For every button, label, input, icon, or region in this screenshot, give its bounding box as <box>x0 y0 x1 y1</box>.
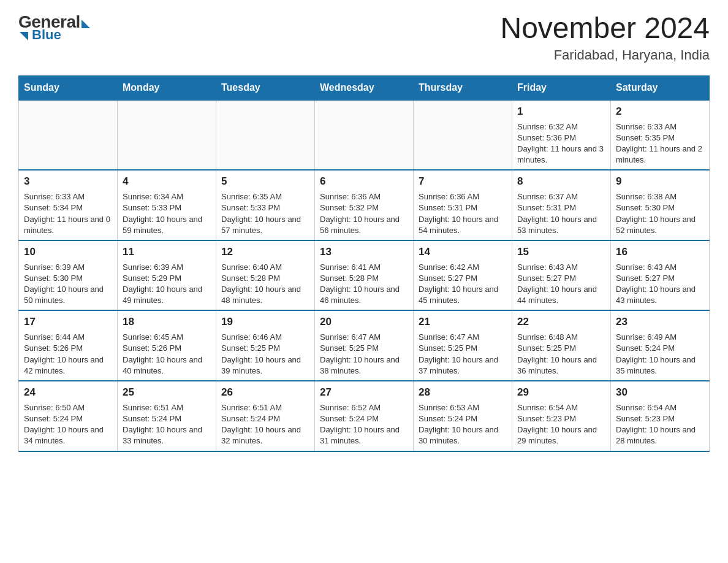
calendar-cell: 12Sunrise: 6:40 AMSunset: 5:28 PMDayligh… <box>216 240 315 311</box>
calendar-cell: 3Sunrise: 6:33 AMSunset: 5:34 PMDaylight… <box>19 170 118 240</box>
day-number: 30 <box>616 385 704 400</box>
day-info: Sunrise: 6:35 AMSunset: 5:33 PMDaylight:… <box>221 191 309 236</box>
calendar-cell: 14Sunrise: 6:42 AMSunset: 5:27 PMDayligh… <box>414 240 512 311</box>
calendar-cell <box>315 100 414 170</box>
calendar-cell: 5Sunrise: 6:35 AMSunset: 5:33 PMDaylight… <box>216 170 315 240</box>
calendar-cell: 13Sunrise: 6:41 AMSunset: 5:28 PMDayligh… <box>315 240 414 311</box>
day-info: Sunrise: 6:53 AMSunset: 5:24 PMDaylight:… <box>419 402 507 447</box>
calendar-cell: 24Sunrise: 6:50 AMSunset: 5:24 PMDayligh… <box>19 381 118 451</box>
day-info: Sunrise: 6:33 AMSunset: 5:34 PMDaylight:… <box>24 191 112 236</box>
calendar-cell: 17Sunrise: 6:44 AMSunset: 5:26 PMDayligh… <box>19 310 118 381</box>
calendar-cell: 25Sunrise: 6:51 AMSunset: 5:24 PMDayligh… <box>118 381 216 451</box>
day-info: Sunrise: 6:51 AMSunset: 5:24 PMDaylight:… <box>221 402 309 447</box>
day-number: 2 <box>616 104 704 119</box>
day-number: 9 <box>616 174 704 189</box>
calendar-cell: 27Sunrise: 6:52 AMSunset: 5:24 PMDayligh… <box>315 381 414 451</box>
calendar-week-row: 10Sunrise: 6:39 AMSunset: 5:30 PMDayligh… <box>19 240 710 311</box>
day-number: 7 <box>419 174 507 189</box>
calendar-cell: 22Sunrise: 6:48 AMSunset: 5:25 PMDayligh… <box>512 310 611 381</box>
day-number: 16 <box>616 245 704 259</box>
day-info: Sunrise: 6:51 AMSunset: 5:24 PMDaylight:… <box>123 402 211 447</box>
calendar-cell: 1Sunrise: 6:32 AMSunset: 5:36 PMDaylight… <box>512 100 611 170</box>
day-info: Sunrise: 6:39 AMSunset: 5:29 PMDaylight:… <box>123 262 211 307</box>
day-info: Sunrise: 6:49 AMSunset: 5:24 PMDaylight:… <box>616 332 704 377</box>
calendar-cell: 20Sunrise: 6:47 AMSunset: 5:25 PMDayligh… <box>315 310 414 381</box>
day-number: 15 <box>517 245 605 259</box>
day-number: 21 <box>419 315 507 329</box>
calendar-header-friday: Friday <box>512 75 611 100</box>
day-info: Sunrise: 6:50 AMSunset: 5:24 PMDaylight:… <box>24 402 112 447</box>
calendar-cell <box>19 100 118 170</box>
day-number: 17 <box>24 315 112 329</box>
day-info: Sunrise: 6:39 AMSunset: 5:30 PMDaylight:… <box>24 262 112 307</box>
calendar-cell: 2Sunrise: 6:33 AMSunset: 5:35 PMDaylight… <box>611 100 710 170</box>
calendar-cell: 6Sunrise: 6:36 AMSunset: 5:32 PMDaylight… <box>315 170 414 240</box>
day-info: Sunrise: 6:32 AMSunset: 5:36 PMDaylight:… <box>517 121 605 166</box>
day-number: 24 <box>24 385 112 400</box>
calendar-cell: 10Sunrise: 6:39 AMSunset: 5:30 PMDayligh… <box>19 240 118 311</box>
day-number: 18 <box>123 315 211 329</box>
calendar-header-monday: Monday <box>118 75 216 100</box>
day-number: 19 <box>221 315 309 329</box>
calendar-header-sunday: Sunday <box>19 75 118 100</box>
calendar-cell: 16Sunrise: 6:43 AMSunset: 5:27 PMDayligh… <box>611 240 710 311</box>
calendar-header-wednesday: Wednesday <box>315 75 414 100</box>
calendar-cell: 15Sunrise: 6:43 AMSunset: 5:27 PMDayligh… <box>512 240 611 311</box>
calendar-week-row: 3Sunrise: 6:33 AMSunset: 5:34 PMDaylight… <box>19 170 710 240</box>
calendar-header-row: SundayMondayTuesdayWednesdayThursdayFrid… <box>19 75 710 100</box>
calendar-cell: 7Sunrise: 6:36 AMSunset: 5:31 PMDaylight… <box>414 170 512 240</box>
day-number: 6 <box>320 174 408 189</box>
day-number: 8 <box>517 174 605 189</box>
day-info: Sunrise: 6:45 AMSunset: 5:26 PMDaylight:… <box>123 332 211 377</box>
logo-blue-text: Blue <box>32 27 61 43</box>
day-info: Sunrise: 6:37 AMSunset: 5:31 PMDaylight:… <box>517 191 605 236</box>
calendar-cell <box>414 100 512 170</box>
calendar-week-row: 17Sunrise: 6:44 AMSunset: 5:26 PMDayligh… <box>19 310 710 381</box>
calendar-cell: 29Sunrise: 6:54 AMSunset: 5:23 PMDayligh… <box>512 381 611 451</box>
day-info: Sunrise: 6:54 AMSunset: 5:23 PMDaylight:… <box>616 402 704 447</box>
logo-arrow-icon <box>82 20 90 28</box>
day-info: Sunrise: 6:52 AMSunset: 5:24 PMDaylight:… <box>320 402 408 447</box>
calendar-cell <box>118 100 216 170</box>
page-title: November 2024 <box>500 12 710 45</box>
calendar-cell: 4Sunrise: 6:34 AMSunset: 5:33 PMDaylight… <box>118 170 216 240</box>
logo: General Blue <box>18 12 90 43</box>
page-subtitle: Faridabad, Haryana, India <box>500 47 710 63</box>
day-info: Sunrise: 6:38 AMSunset: 5:30 PMDaylight:… <box>616 191 704 236</box>
day-info: Sunrise: 6:42 AMSunset: 5:27 PMDaylight:… <box>419 262 507 307</box>
day-number: 20 <box>320 315 408 329</box>
day-number: 28 <box>419 385 507 400</box>
calendar-cell: 11Sunrise: 6:39 AMSunset: 5:29 PMDayligh… <box>118 240 216 311</box>
calendar-cell: 21Sunrise: 6:47 AMSunset: 5:25 PMDayligh… <box>414 310 512 381</box>
day-info: Sunrise: 6:44 AMSunset: 5:26 PMDaylight:… <box>24 332 112 377</box>
day-number: 22 <box>517 315 605 329</box>
day-info: Sunrise: 6:41 AMSunset: 5:28 PMDaylight:… <box>320 262 408 307</box>
calendar-cell: 19Sunrise: 6:46 AMSunset: 5:25 PMDayligh… <box>216 310 315 381</box>
day-info: Sunrise: 6:40 AMSunset: 5:28 PMDaylight:… <box>221 262 309 307</box>
calendar-cell: 26Sunrise: 6:51 AMSunset: 5:24 PMDayligh… <box>216 381 315 451</box>
day-number: 10 <box>24 245 112 259</box>
day-info: Sunrise: 6:46 AMSunset: 5:25 PMDaylight:… <box>221 332 309 377</box>
day-number: 23 <box>616 315 704 329</box>
day-number: 11 <box>123 245 211 259</box>
calendar-header-saturday: Saturday <box>611 75 710 100</box>
day-number: 14 <box>419 245 507 259</box>
day-info: Sunrise: 6:47 AMSunset: 5:25 PMDaylight:… <box>419 332 507 377</box>
day-number: 26 <box>221 385 309 400</box>
day-number: 29 <box>517 385 605 400</box>
calendar-cell: 23Sunrise: 6:49 AMSunset: 5:24 PMDayligh… <box>611 310 710 381</box>
calendar-cell: 8Sunrise: 6:37 AMSunset: 5:31 PMDaylight… <box>512 170 611 240</box>
day-number: 13 <box>320 245 408 259</box>
calendar-cell: 28Sunrise: 6:53 AMSunset: 5:24 PMDayligh… <box>414 381 512 451</box>
calendar-week-row: 24Sunrise: 6:50 AMSunset: 5:24 PMDayligh… <box>19 381 710 451</box>
day-number: 3 <box>24 174 112 189</box>
calendar-table: SundayMondayTuesdayWednesdayThursdayFrid… <box>18 75 710 452</box>
title-section: November 2024 Faridabad, Haryana, India <box>500 12 710 63</box>
day-number: 4 <box>123 174 211 189</box>
calendar-cell: 30Sunrise: 6:54 AMSunset: 5:23 PMDayligh… <box>611 381 710 451</box>
calendar-cell: 9Sunrise: 6:38 AMSunset: 5:30 PMDaylight… <box>611 170 710 240</box>
day-info: Sunrise: 6:36 AMSunset: 5:31 PMDaylight:… <box>419 191 507 236</box>
calendar-cell <box>216 100 315 170</box>
day-number: 1 <box>517 104 605 119</box>
day-info: Sunrise: 6:47 AMSunset: 5:25 PMDaylight:… <box>320 332 408 377</box>
